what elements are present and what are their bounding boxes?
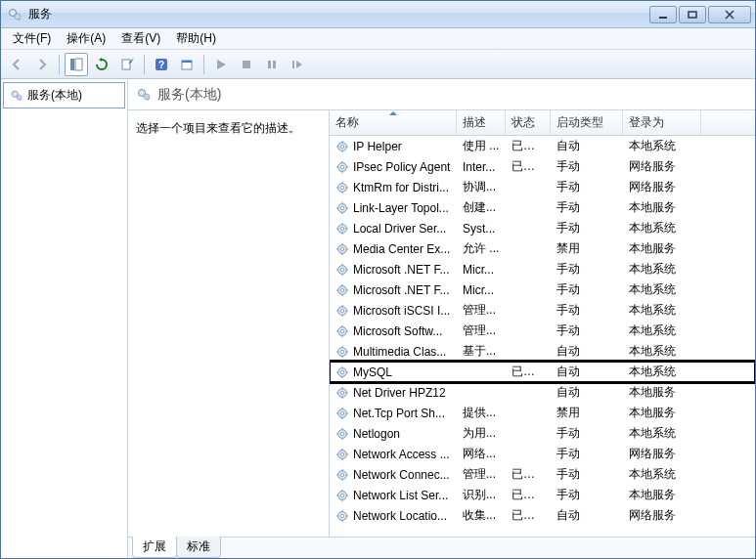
service-row[interactable]: Microsoft Softw...管理...手动本地系统: [330, 321, 755, 341]
cell-name: Link-Layer Topol...: [330, 201, 457, 215]
service-name-text: Multimedia Clas...: [353, 345, 446, 359]
cell-logon: 本地服务: [623, 199, 701, 216]
cell-description: Micr...: [457, 263, 506, 277]
svg-rect-13: [182, 61, 192, 63]
service-row[interactable]: Network Access ...网络...手动网络服务: [330, 444, 755, 464]
gear-icon: [335, 468, 349, 482]
service-name-text: IP Helper: [353, 140, 402, 153]
cell-description: 基于...: [457, 343, 506, 360]
service-row[interactable]: Netlogon为用...手动本地系统: [330, 423, 755, 444]
svg-point-23: [144, 94, 150, 100]
col-header-startup[interactable]: 启动类型: [551, 110, 623, 135]
cell-logon: 本地系统: [623, 322, 701, 339]
back-button[interactable]: [5, 53, 28, 76]
maximize-button[interactable]: [679, 6, 706, 23]
refresh-button[interactable]: [90, 53, 113, 76]
gear-icon: [335, 140, 349, 153]
cell-status: 已启动: [506, 158, 551, 175]
cell-status: 已启动: [506, 364, 551, 380]
cell-logon: 本地系统: [623, 281, 701, 298]
service-row[interactable]: MySQL已启动自动本地系统: [330, 362, 755, 382]
svg-point-91: [340, 370, 344, 374]
service-name-text: Netlogon: [353, 427, 400, 441]
gear-icon: [136, 87, 152, 103]
cell-description: Syst...: [457, 222, 506, 236]
svg-rect-16: [273, 61, 276, 68]
svg-point-61: [340, 268, 344, 272]
restart-service-button[interactable]: [286, 53, 309, 76]
svg-point-20: [17, 95, 22, 100]
gear-icon: [335, 407, 349, 420]
cell-description: 创建...: [457, 199, 506, 216]
start-service-button[interactable]: [209, 53, 233, 76]
pause-service-button[interactable]: [260, 53, 284, 76]
service-row[interactable]: IPsec Policy AgentInter...已启动手动网络服务: [330, 156, 755, 177]
service-row[interactable]: Local Driver Ser...Syst...手动本地系统: [330, 218, 755, 238]
menu-view[interactable]: 查看(V): [113, 28, 168, 49]
service-row[interactable]: Net.Tcp Port Sh...提供...禁用本地服务: [330, 403, 755, 423]
service-row[interactable]: Multimedia Clas...基于...自动本地系统: [330, 341, 755, 362]
svg-point-103: [340, 411, 344, 415]
service-row[interactable]: Microsoft iSCSI I...管理...手动本地系统: [330, 300, 755, 321]
service-name-text: Network List Ser...: [353, 489, 448, 502]
svg-point-133: [340, 514, 344, 518]
help-button[interactable]: ?: [150, 53, 173, 76]
cell-description: 协调...: [457, 179, 506, 195]
gear-icon: [335, 222, 349, 236]
properties-button[interactable]: [175, 53, 199, 76]
services-app-icon: [7, 7, 22, 22]
cell-status: 已启动: [506, 138, 551, 154]
service-name-text: Network Access ...: [353, 448, 450, 461]
close-button[interactable]: [708, 6, 751, 23]
service-row[interactable]: Network List Ser...识别...已启动手动本地服务: [330, 485, 755, 505]
cell-startup: 手动: [551, 261, 623, 278]
service-row[interactable]: Microsoft .NET F...Micr...手动本地系统: [330, 259, 755, 280]
menu-help[interactable]: 帮助(H): [168, 28, 224, 49]
svg-rect-4: [689, 12, 696, 18]
service-row[interactable]: Media Center Ex...允许 ...禁用本地服务: [330, 238, 755, 259]
cell-startup: 自动: [551, 138, 623, 154]
svg-point-49: [340, 227, 344, 231]
toolbar-separator: [144, 55, 145, 74]
cell-description: Inter...: [457, 160, 506, 174]
cell-name: Microsoft .NET F...: [330, 263, 457, 277]
service-row[interactable]: Network Connec...管理...已启动手动本地系统: [330, 464, 755, 485]
menu-action[interactable]: 操作(A): [59, 28, 113, 49]
window-controls: [649, 6, 751, 23]
cell-description: 收集...: [457, 507, 506, 524]
stop-service-button[interactable]: [235, 53, 258, 76]
show-hide-tree-button[interactable]: [65, 53, 88, 76]
service-name-text: Microsoft iSCSI I...: [353, 304, 450, 318]
service-row[interactable]: Net Driver HPZ12自动本地服务: [330, 382, 755, 403]
cell-logon: 本地系统: [623, 261, 701, 278]
svg-point-115: [340, 452, 344, 456]
service-row[interactable]: IP Helper使用 ...已启动自动本地系统: [330, 136, 755, 156]
minimize-button[interactable]: [649, 6, 677, 23]
service-row[interactable]: Link-Layer Topol...创建...手动本地服务: [330, 197, 755, 218]
cell-name: Multimedia Clas...: [330, 345, 457, 359]
cell-startup: 手动: [551, 199, 623, 216]
cell-description: Micr...: [457, 283, 506, 297]
service-row[interactable]: Microsoft .NET F...Micr...手动本地系统: [330, 280, 755, 300]
details-heading: 服务(本地): [128, 80, 755, 109]
export-list-button[interactable]: [115, 53, 139, 76]
tab-extended[interactable]: 扩展: [132, 537, 177, 558]
svg-text:?: ?: [158, 60, 164, 70]
service-name-text: KtmRm for Distri...: [353, 181, 449, 194]
tree-root-services-local[interactable]: 服务(本地): [3, 82, 125, 108]
cell-description: 允许 ...: [457, 240, 506, 257]
col-header-status[interactable]: 状态: [506, 110, 551, 135]
service-row[interactable]: Network Locatio...收集...已启动自动网络服务: [330, 505, 755, 526]
gear-icon: [335, 201, 349, 215]
svg-point-121: [340, 473, 344, 477]
menu-file[interactable]: 文件(F): [5, 28, 59, 49]
forward-button[interactable]: [30, 53, 54, 76]
svg-rect-7: [70, 59, 74, 70]
col-header-name[interactable]: 名称: [330, 110, 457, 135]
service-row[interactable]: KtmRm for Distri...协调...手动网络服务: [330, 177, 755, 197]
col-header-logon[interactable]: 登录为: [623, 110, 701, 135]
col-header-description[interactable]: 描述: [457, 110, 506, 135]
tab-standard[interactable]: 标准: [176, 537, 221, 558]
cell-name: IP Helper: [330, 140, 457, 153]
cell-logon: 本地系统: [623, 343, 701, 360]
